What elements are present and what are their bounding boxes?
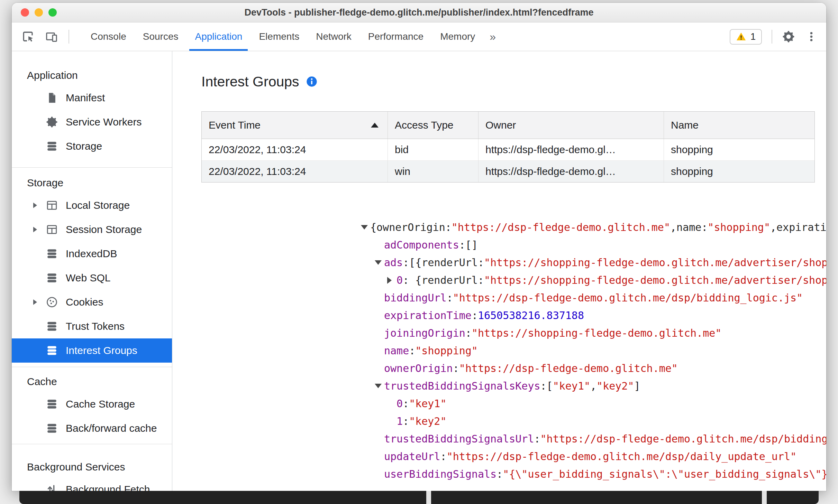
warning-count: 1 (750, 31, 756, 42)
column-header-event-time[interactable]: Event Time (202, 112, 388, 139)
tab-application[interactable]: Application (186, 22, 251, 51)
sidebar-item-back-forward-cache[interactable]: Back/forward cache (12, 416, 172, 440)
table-cell-access-type[interactable]: win (388, 161, 479, 182)
expand-arrow-icon[interactable] (33, 227, 46, 232)
tab-sources[interactable]: Sources (135, 22, 187, 51)
settings-gear-icon[interactable] (782, 30, 795, 43)
tree-punctuation: : (440, 450, 447, 463)
devtools-window: DevTools - publisher-fledge-demo.glitch.… (12, 3, 826, 491)
table-cell-access-type[interactable]: bid (388, 139, 479, 161)
more-options-icon[interactable] (805, 30, 818, 43)
sidebar-item-service-workers[interactable]: Service Workers (12, 110, 172, 134)
sidebar-item-local-storage[interactable]: Local Storage (12, 193, 172, 217)
tree-line: adComponents: [] (360, 236, 826, 254)
events-table: Event TimeAccess TypeOwnerName22/03/2022… (201, 111, 815, 183)
sidebar-item-background-fetch[interactable]: Background Fetch (12, 477, 172, 491)
table-cell-owner[interactable]: https://dsp-fledge-demo.gl… (479, 161, 664, 182)
tab-console[interactable]: Console (82, 22, 135, 51)
tab-network[interactable]: Network (308, 22, 360, 51)
toolbar-separator (772, 30, 772, 44)
tree-line: name: "shopping" (360, 342, 826, 360)
tree-punctuation: { (370, 221, 376, 233)
tree-key: ownerOrigin (384, 362, 453, 374)
more-tabs-button[interactable]: » (483, 22, 502, 51)
devtools-toolbar: ConsoleSourcesApplicationElementsNetwork… (12, 22, 826, 51)
inspect-element-icon[interactable] (21, 30, 35, 43)
tree-string: "key1" (409, 398, 446, 410)
collapse-arrow-icon[interactable] (375, 384, 382, 388)
sidebar-item-trust-tokens[interactable]: Trust Tokens (12, 314, 172, 338)
tree-string: "shopping" (708, 221, 770, 233)
tree-line[interactable]: ads: [{renderUrl: "https://shopping-fled… (360, 254, 826, 271)
sidebar-item-label: Background Fetch (66, 484, 150, 491)
triangle-right-icon (33, 227, 37, 232)
table-cell-event-time[interactable]: 22/03/2022, 11:03:24 (202, 139, 388, 161)
updown-icon (46, 483, 58, 491)
tree-punctuation: : (403, 256, 409, 269)
warnings-badge[interactable]: 1 (730, 29, 762, 45)
tree-punctuation: : (472, 309, 478, 321)
tree-punctuation: , (770, 221, 776, 233)
tree-key: expirationTime (384, 309, 472, 321)
database-icon (46, 422, 58, 435)
collapse-arrow-icon[interactable] (361, 225, 368, 230)
gear-icon (46, 116, 58, 128)
tree-preview-key: renderUrl (421, 256, 478, 269)
zoom-button[interactable] (48, 8, 57, 17)
sidebar-item-web-sql[interactable]: Web SQL (12, 266, 172, 290)
sidebar-item-manifest[interactable]: Manifest (12, 86, 172, 110)
expand-arrow-icon[interactable] (387, 277, 392, 284)
tree-punctuation: : (403, 398, 409, 410)
tree-string: "https://dsp-fledge-demo.glitch.me/dsp/d… (447, 450, 796, 463)
sidebar-item-label: Back/forward cache (66, 422, 157, 434)
tree-punctuation: [ (547, 380, 553, 392)
tree-key: biddingUrl (384, 292, 447, 304)
table-cell-owner[interactable]: https://dsp-fledge-demo.gl… (479, 139, 664, 161)
sidebar-item-indexeddb[interactable]: IndexedDB (12, 242, 172, 266)
tree-string: "key1" (553, 380, 590, 392)
tree-punctuation: [{ (409, 256, 421, 269)
sidebar-item-cache-storage[interactable]: Cache Storage (12, 392, 172, 416)
tree-line: ownerOrigin: "https://dsp-fledge-demo.gl… (360, 360, 826, 377)
sidebar-item-storage[interactable]: Storage (12, 134, 172, 158)
tree-string: "https://dsp-fledge-demo.glitch.me" (452, 221, 670, 233)
triangle-right-icon (33, 203, 37, 208)
database-icon (46, 344, 58, 357)
column-header-name[interactable]: Name (664, 112, 814, 139)
tree-punctuation: , (670, 221, 676, 233)
tree-line[interactable]: {ownerOrigin: "https://dsp-fledge-demo.g… (360, 218, 826, 236)
window-title: DevTools - publisher-fledge-demo.glitch.… (12, 7, 826, 18)
sidebar-item-cookies[interactable]: Cookies (12, 290, 172, 314)
sidebar-item-label: Web SQL (66, 272, 111, 284)
minimize-button[interactable] (35, 8, 43, 17)
tree-punctuation: ] (634, 380, 640, 392)
tab-performance[interactable]: Performance (360, 22, 432, 51)
table-cell-name[interactable]: shopping (664, 161, 814, 182)
tree-punctuation: : (459, 239, 465, 251)
tab-elements[interactable]: Elements (251, 22, 308, 51)
column-header-owner[interactable]: Owner (479, 112, 664, 139)
sidebar-item-session-storage[interactable]: Session Storage (12, 217, 172, 242)
sidebar-item-label: Local Storage (66, 199, 130, 211)
tree-key: adComponents (384, 239, 459, 251)
column-header-access-type[interactable]: Access Type (388, 112, 479, 139)
tree-key: trustedBiddingSignalsUrl (384, 433, 534, 445)
collapse-arrow-icon[interactable] (375, 260, 382, 265)
table-cell-event-time[interactable]: 22/03/2022, 11:03:24 (202, 161, 388, 182)
table-cell-name[interactable]: shopping (664, 139, 814, 161)
expand-arrow-icon[interactable] (33, 299, 46, 305)
tree-line[interactable]: trustedBiddingSignalsKeys: ["key1", "key… (360, 377, 826, 395)
tree-line[interactable]: 0: {renderUrl: "https://shopping-fledge-… (360, 271, 826, 289)
sidebar-item-label: Service Workers (66, 116, 142, 128)
column-header-label: Owner (485, 119, 516, 131)
expand-arrow-icon[interactable] (33, 203, 46, 208)
sidebar-item-interest-groups[interactable]: Interest Groups (12, 338, 172, 363)
device-toolbar-icon[interactable] (45, 30, 58, 43)
tree-punctuation: : (701, 221, 708, 233)
sidebar-section-header: Application (12, 65, 172, 86)
info-icon[interactable] (306, 76, 317, 87)
sidebar-section-storage: StorageLocal StorageSession StorageIndex… (12, 168, 172, 367)
tab-memory[interactable]: Memory (432, 22, 483, 51)
title-bar: DevTools - publisher-fledge-demo.glitch.… (12, 3, 826, 22)
close-button[interactable] (21, 8, 29, 17)
